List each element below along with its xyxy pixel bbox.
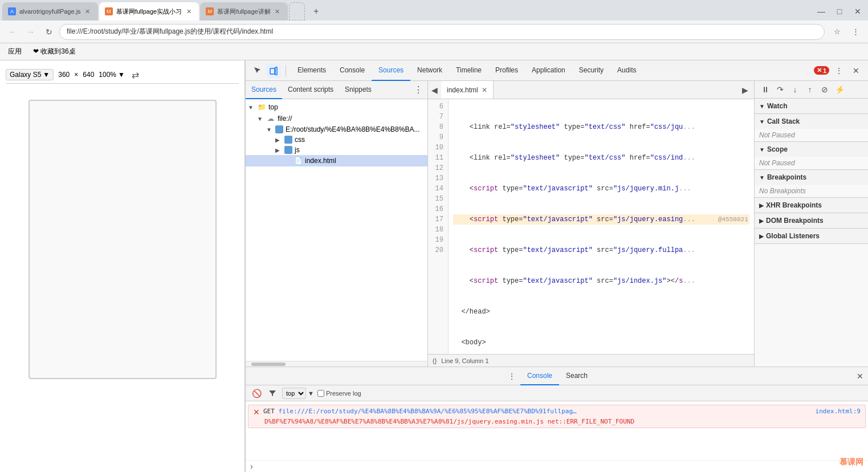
devtools-body-wrapper: Sources Content scripts Snippets ⋮ ▼ 📁 t… (246, 81, 868, 472)
browser-tab-3[interactable]: M 慕课网fullpage讲解 ✕ (200, 2, 288, 21)
rotate-button[interactable]: ⇄ (129, 68, 142, 81)
async-call-stack-button[interactable]: ⚡ (833, 83, 846, 96)
console-panel: ⋮ Console Search ✕ 🚫 top ▼ (246, 367, 868, 472)
devtools-tab-console[interactable]: Console (333, 60, 372, 81)
settings-button[interactable]: ⋮ (847, 24, 863, 40)
watch-section-header[interactable]: ▼ Watch (755, 99, 868, 113)
clear-console-button[interactable]: 🚫 (250, 387, 263, 400)
sources-sidebar-scrollbar[interactable] (246, 361, 427, 367)
format-button[interactable]: {} (433, 357, 437, 364)
devtools-tab-elements[interactable]: Elements (291, 60, 333, 81)
tree-label-root: E:/root/study/%E4%BA%8B%E4%B8%BA... (286, 125, 419, 133)
editor-tab-index-html[interactable]: index.html ✕ (441, 81, 494, 99)
sources-tab-content-scripts[interactable]: Content scripts (282, 81, 339, 99)
devtools-tab-profiles[interactable]: Profiles (488, 60, 525, 81)
console-close-button[interactable]: ✕ (852, 372, 868, 381)
new-tab-button[interactable]: + (308, 3, 324, 19)
editor-tab-arrow-left[interactable]: ◀ (428, 81, 441, 99)
context-dropdown-icon: ▼ (308, 390, 314, 397)
sources-tab-snippets[interactable]: Snippets (339, 81, 377, 99)
sources-tab-sources[interactable]: Sources (246, 81, 282, 99)
dom-breakpoints-header[interactable]: ▶ DOM Breakpoints (755, 213, 868, 228)
tab-close-2[interactable]: ✕ (184, 7, 193, 16)
maximize-button[interactable]: □ (832, 3, 847, 19)
call-stack-header[interactable]: ▼ Call Stack (755, 114, 868, 129)
tree-item-file[interactable]: ▼ ☁ file:// (246, 113, 427, 124)
devtools-more-button[interactable]: ⋮ (832, 63, 846, 78)
devtools-tab-audits[interactable]: Audits (610, 60, 643, 81)
address-bar[interactable]: file:///E:/root/study/毕业/慕课网fullpage.js的… (59, 24, 825, 40)
tree-label-file: file:// (278, 115, 292, 123)
tree-item-css[interactable]: ▶ css (246, 135, 427, 145)
device-toolbar-toggle[interactable] (266, 63, 281, 78)
tree-arrow-root: ▼ (266, 127, 275, 133)
reload-button[interactable]: ↻ (41, 24, 57, 40)
bookmark-favorites[interactable]: ❤ 收藏到36桌 (30, 46, 79, 58)
inspect-element-button[interactable] (250, 63, 265, 78)
console-more-button[interactable]: ⋮ (503, 372, 520, 381)
code-lines: <link rel="stylesheet" type="text/css" h… (449, 99, 754, 354)
code-area[interactable]: 6 7 8 9 10 11 12 13 14 15 16 17 (428, 99, 754, 354)
devtools-tab-sources[interactable]: Sources (372, 60, 410, 81)
xhr-breakpoints-header[interactable]: ▶ XHR Breakpoints (755, 198, 868, 213)
tab-close-1[interactable]: ✕ (83, 7, 92, 16)
close-window-button[interactable]: ✕ (850, 3, 866, 19)
devtools-tab-application[interactable]: Application (525, 60, 572, 81)
global-label: Global Listeners (766, 232, 820, 240)
bookmark-star-button[interactable]: ☆ (829, 24, 845, 40)
tree-item-top[interactable]: ▼ 📁 top (246, 101, 427, 113)
zoom-selector[interactable]: 100% ▼ (99, 71, 125, 79)
scope-header[interactable]: ▼ Scope (755, 142, 868, 157)
error-url-link[interactable]: file:///E:/root/study/%E4%BA%8B%E4%B8%BA… (279, 408, 577, 415)
console-toolbar: 🚫 top ▼ Preserve log (246, 385, 868, 401)
error-badge: ✕ 1 (814, 66, 829, 75)
devtools-tab-network[interactable]: Network (410, 60, 449, 81)
pause-resume-button[interactable]: ⏸ (759, 83, 772, 96)
console-input-row: › (246, 460, 868, 472)
devtools-tab-timeline[interactable]: Timeline (449, 60, 488, 81)
deactivate-breakpoints-button[interactable]: ⊘ (818, 83, 831, 96)
code-line-8: <script type="text/javascript" src="js/j… (453, 184, 749, 194)
minimize-button[interactable]: — (813, 3, 829, 19)
step-out-button[interactable]: ↑ (804, 83, 816, 96)
editor-controls: ▶ (736, 81, 754, 99)
status-bar: {} Line 9, Column 1 (428, 354, 754, 367)
context-select[interactable]: top (282, 388, 306, 399)
tree-item-index-html[interactable]: 📄 index.html (246, 155, 427, 166)
sources-sidebar: Sources Content scripts Snippets ⋮ ▼ 📁 t… (246, 81, 428, 367)
devtools-tab-security[interactable]: Security (572, 60, 610, 81)
editor-tab-close[interactable]: ✕ (482, 86, 487, 94)
tree-arrow-top: ▼ (248, 104, 257, 111)
forward-button[interactable]: → (23, 24, 39, 40)
tree-item-root[interactable]: ▼ E:/root/study/%E4%BA%8B%E4%B8%BA... (246, 124, 427, 135)
breakpoints-header[interactable]: ▼ Breakpoints (755, 170, 868, 185)
tab-close-3[interactable]: ✕ (273, 7, 282, 16)
page-preview: Galaxy S5 ▼ 360 × 640 100% ▼ ⇄ (0, 60, 245, 472)
error-location[interactable]: index.html:9 (816, 408, 861, 415)
console-tabs: ⋮ Console Search ✕ (246, 367, 868, 385)
watch-label: Watch (767, 102, 788, 110)
devtools-body: Sources Content scripts Snippets ⋮ ▼ 📁 t… (246, 81, 868, 367)
filter-button[interactable] (266, 387, 279, 400)
editor-tab-expand[interactable]: ▶ (739, 81, 752, 99)
preserve-log-checkbox[interactable] (317, 390, 324, 397)
main-area: Galaxy S5 ▼ 360 × 640 100% ▼ ⇄ (0, 60, 868, 472)
global-listeners-header[interactable]: ▶ Global Listeners (755, 229, 868, 243)
console-tab-search[interactable]: Search (559, 367, 594, 385)
call-stack-label: Call Stack (767, 117, 800, 125)
tree-item-js[interactable]: ▶ js (246, 145, 427, 155)
back-button[interactable]: ← (5, 24, 21, 40)
console-input-field[interactable] (255, 462, 863, 470)
console-tab-console[interactable]: Console (520, 367, 559, 385)
browser-tab-2[interactable]: M 慕课网fullpage实战小习 ✕ (99, 2, 199, 21)
call-stack-status: Not Paused (759, 131, 795, 139)
step-into-button[interactable]: ↓ (789, 83, 801, 96)
bookmark-apps[interactable]: 应用 (5, 46, 25, 58)
device-selector[interactable]: Galaxy S5 ▼ (6, 69, 54, 80)
devtools-close-button[interactable]: ✕ (849, 63, 863, 78)
console-context-filter[interactable]: top ▼ (282, 388, 314, 399)
sources-tab-more-button[interactable]: ⋮ (409, 84, 427, 95)
browser-tab-1[interactable]: A alvarotrigoyfullPage.js ✕ (2, 2, 98, 21)
step-over-button[interactable]: ↷ (774, 83, 787, 96)
tree-label-index: index.html (305, 157, 336, 165)
